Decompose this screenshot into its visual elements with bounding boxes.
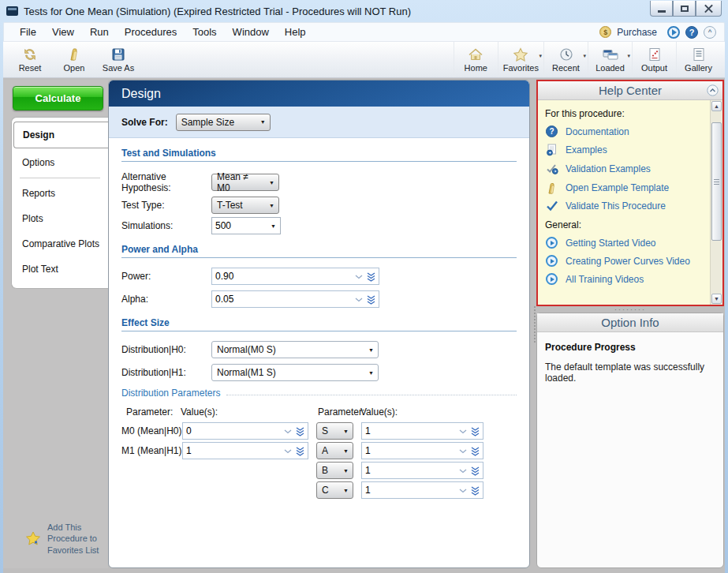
tab-list: Design Options Reports Plots Comparative…	[11, 117, 108, 289]
chevron-down-icon[interactable]	[355, 298, 363, 302]
favorites-button[interactable]: ▾ Favorites	[498, 42, 543, 77]
all-training-videos-link[interactable]: All Training Videos	[545, 273, 708, 285]
tab-plot-text[interactable]: Plot Text	[12, 257, 108, 282]
output-button[interactable]: Output	[632, 42, 676, 77]
chevron-down-icon[interactable]	[459, 489, 467, 493]
tab-comparative-plots[interactable]: Comparative Plots	[12, 231, 108, 257]
help-icon[interactable]: ?	[685, 26, 698, 39]
param-c-input[interactable]	[364, 484, 457, 496]
expand-values-icon[interactable]	[471, 447, 480, 456]
param-b-select[interactable]: B ▼	[316, 462, 353, 479]
scroll-down-icon[interactable]: ▼	[711, 294, 722, 304]
chevron-down-icon[interactable]	[459, 449, 467, 454]
loaded-button[interactable]: ▾ Loaded	[588, 42, 632, 77]
test-type-select[interactable]: T-Test ▼	[211, 197, 279, 214]
distribution-h1-label: Distribution|H1:	[121, 367, 211, 378]
param-a-field[interactable]	[361, 442, 483, 459]
simulations-combo[interactable]: ▼	[211, 217, 281, 234]
alpha-input[interactable]	[214, 293, 353, 305]
chevron-down-icon[interactable]	[284, 449, 292, 454]
loaded-dropdown-icon[interactable]: ▾	[627, 53, 630, 59]
examples-link[interactable]: Examples	[545, 144, 708, 156]
minimize-button[interactable]	[650, 1, 673, 17]
recent-dropdown-icon[interactable]: ▾	[583, 53, 586, 59]
sidebar: Calculate Design Options Reports Plots C…	[3, 80, 108, 568]
intro-video-icon[interactable]	[667, 26, 680, 39]
param-c-field[interactable]	[361, 481, 483, 499]
collapse-toolbar-icon[interactable]: ^	[704, 26, 716, 39]
calculate-button[interactable]: Calculate	[13, 86, 103, 110]
param-s-field[interactable]	[361, 422, 483, 440]
validate-this-procedure-link[interactable]: Validate This Procedure	[545, 200, 708, 212]
expand-values-icon[interactable]	[296, 447, 304, 456]
dist-params-right-column: Parameter: Value(s): S ▼	[316, 406, 517, 501]
param-a-input[interactable]	[364, 444, 457, 457]
m1-input[interactable]	[185, 444, 282, 457]
alt-hypothesis-select[interactable]: Mean ≠ M0 ▼	[211, 174, 279, 191]
chevron-down-icon[interactable]	[355, 275, 363, 279]
chevron-down-icon[interactable]	[459, 469, 467, 474]
m0-input[interactable]	[185, 425, 282, 437]
param-s-input[interactable]	[364, 425, 457, 437]
collapse-panel-icon[interactable]	[707, 84, 719, 99]
param-a-select[interactable]: A ▼	[316, 442, 353, 459]
distribution-h0-select[interactable]: Normal(M0 S) ▼	[211, 341, 379, 358]
expand-values-icon[interactable]	[471, 427, 480, 436]
menu-procedures[interactable]: Procedures	[117, 26, 185, 38]
menu-help[interactable]: Help	[277, 26, 314, 38]
expand-values-icon[interactable]	[367, 272, 375, 282]
param-b-input[interactable]	[364, 464, 457, 477]
menu-view[interactable]: View	[44, 26, 82, 38]
menu-file[interactable]: File	[12, 26, 44, 38]
param-s-row: S ▼	[316, 422, 517, 440]
home-button[interactable]: Home	[454, 42, 498, 77]
tab-options[interactable]: Options	[12, 150, 108, 175]
gallery-button[interactable]: Gallery	[676, 42, 720, 77]
distribution-h1-select[interactable]: Normal(M1 S) ▼	[211, 364, 379, 381]
power-input[interactable]	[214, 270, 353, 283]
param-b-field[interactable]	[361, 462, 483, 479]
chevron-down-icon[interactable]	[459, 429, 467, 434]
reset-button[interactable]: Reset	[8, 42, 52, 77]
horizontal-splitter[interactable]: ········	[536, 306, 724, 313]
menu-tools[interactable]: Tools	[185, 26, 224, 38]
favorites-dropdown-icon[interactable]: ▾	[539, 53, 542, 59]
right-column: Help Center For this procedure: ? Docume…	[536, 80, 724, 568]
m0-field[interactable]	[182, 422, 308, 440]
menu-window[interactable]: Window	[225, 26, 277, 38]
creating-power-curves-video-link[interactable]: Creating Power Curves Video	[545, 255, 708, 267]
design-form: Test and Simulations Alternative Hypothe…	[109, 138, 529, 567]
chevron-down-icon: ▼	[269, 180, 274, 185]
tab-design[interactable]: Design	[13, 122, 108, 148]
help-center-scrollbar[interactable]: ▲ ▼	[710, 100, 722, 305]
tab-reports[interactable]: Reports	[12, 181, 108, 206]
m1-field[interactable]	[182, 442, 308, 459]
expand-values-icon[interactable]	[367, 295, 375, 305]
validation-examples-link[interactable]: Validation Examples	[545, 163, 708, 175]
open-example-template-link[interactable]: Open Example Template	[545, 182, 708, 194]
maximize-button[interactable]	[673, 1, 696, 17]
save-as-button[interactable]: Save As	[96, 42, 140, 77]
tab-plots[interactable]: Plots	[12, 206, 108, 231]
expand-values-icon[interactable]	[471, 466, 480, 476]
chevron-down-icon: ▼	[343, 468, 349, 474]
purchase-link[interactable]: Purchase	[617, 27, 657, 38]
expand-values-icon[interactable]	[296, 427, 304, 436]
getting-started-video-link[interactable]: Getting Started Video	[545, 237, 708, 249]
power-field[interactable]	[211, 268, 379, 285]
close-button[interactable]	[696, 1, 722, 17]
scrollbar-thumb[interactable]	[711, 122, 722, 241]
param-c-select[interactable]: C ▼	[316, 481, 353, 499]
menu-run[interactable]: Run	[82, 26, 117, 38]
alpha-field[interactable]	[211, 290, 379, 308]
expand-values-icon[interactable]	[471, 486, 480, 496]
recent-button[interactable]: ▾ Recent	[543, 42, 588, 77]
param-s-select[interactable]: S ▼	[316, 422, 353, 440]
documentation-link[interactable]: ? Documentation	[545, 125, 708, 137]
scroll-up-icon[interactable]: ▲	[711, 101, 722, 111]
simulations-input[interactable]	[214, 219, 257, 232]
add-to-favorites-link[interactable]: Add This Procedure to Favorites List	[3, 515, 108, 568]
chevron-down-icon[interactable]	[284, 429, 292, 434]
open-button[interactable]: Open	[52, 42, 96, 77]
solve-for-select[interactable]: Sample Size ▼	[176, 114, 271, 131]
